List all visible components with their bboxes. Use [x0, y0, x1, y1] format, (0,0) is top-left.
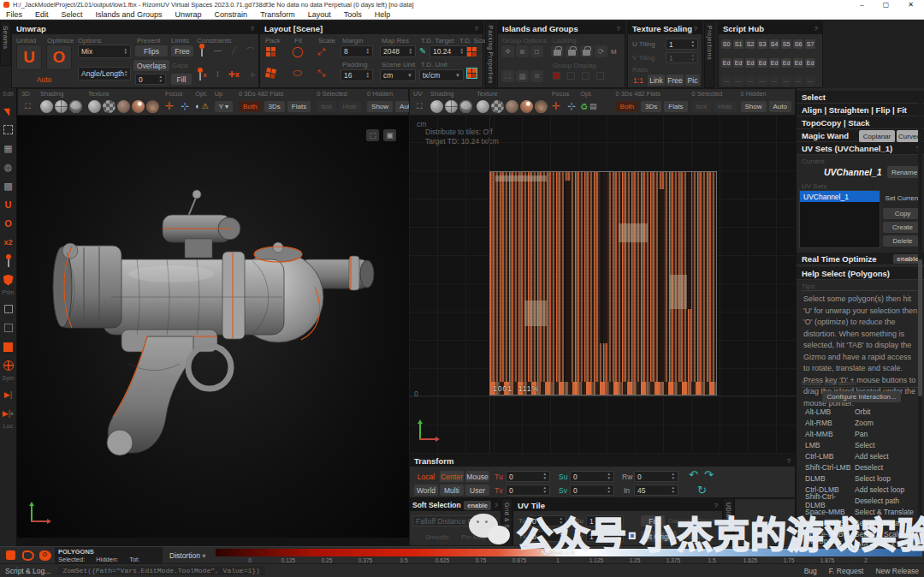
tile-grid-icon[interactable]: ▦	[516, 70, 529, 82]
texture-lit-icon[interactable]	[132, 100, 145, 113]
pivot-center-button[interactable]: Center	[440, 471, 464, 482]
marquee-select-icon[interactable]	[2, 120, 15, 139]
set-current-button[interactable]: Set Current	[883, 193, 922, 204]
sphere-select-icon[interactable]: ◍	[2, 158, 15, 176]
delete-button[interactable]: Delete	[883, 235, 922, 247]
menu-item[interactable]: Transform	[260, 10, 295, 19]
increment-field[interactable]: 45▲▼	[634, 485, 678, 496]
pivot-world-button[interactable]: World	[414, 485, 438, 496]
vertical-constraint-icon[interactable]: ǀ	[211, 68, 224, 80]
u-tiling-field[interactable]: 1▲▼	[666, 39, 698, 50]
lock-icon[interactable]	[551, 45, 564, 57]
scale-v-field[interactable]: 0▲▼	[570, 485, 614, 496]
recycle-icon[interactable]: ♻	[580, 102, 588, 111]
group-color-swatch[interactable]	[553, 72, 560, 80]
pin-constraint-icon[interactable]	[198, 44, 205, 57]
sidebar-scrollbar[interactable]	[918, 97, 922, 559]
ratio-link-button[interactable]: Link	[648, 74, 665, 86]
viewport-layout-icon[interactable]: ⬚	[366, 129, 379, 141]
symmetry-u-icon[interactable]: ▶|	[2, 385, 15, 404]
tile-u-field[interactable]: 0▲▼	[529, 515, 566, 526]
ratio-free-button[interactable]: Free	[666, 74, 684, 86]
brush-select-icon[interactable]: ▦	[2, 139, 15, 158]
script-slot-button[interactable]: S1	[733, 39, 743, 49]
create-button[interactable]: Create	[883, 222, 922, 233]
section-select[interactable]: Select	[797, 91, 924, 104]
tab-grid-snap[interactable]: Grid & Snap	[501, 498, 512, 546]
unfold-button[interactable]: U	[16, 45, 42, 70]
display-option-icon[interactable]	[596, 72, 604, 80]
list-icon[interactable]: ▤	[589, 102, 597, 110]
new-release-link[interactable]: New Release	[875, 567, 919, 575]
td-target-field[interactable]: 10.24▲▼	[429, 45, 467, 57]
help-icon[interactable]: ?	[814, 25, 818, 33]
help-icon[interactable]: ?	[617, 25, 620, 33]
scale-island-button[interactable]: ⤢	[315, 45, 328, 57]
script-extra-button[interactable]: —	[769, 76, 779, 86]
script-slot-button[interactable]: S7	[805, 39, 815, 49]
focus-all-icon[interactable]: ⊹	[181, 100, 189, 112]
protect-tool-icon[interactable]	[2, 271, 15, 289]
script-edit-button[interactable]: Ed	[781, 58, 791, 68]
pack-button[interactable]	[264, 45, 277, 57]
shading-flat-icon[interactable]	[459, 100, 472, 113]
help-icon[interactable]: ?	[787, 457, 791, 465]
rotate-step-icon[interactable]: ↻	[697, 485, 707, 496]
hide-button[interactable]: Hide	[714, 101, 736, 112]
rename-button[interactable]: Rename	[887, 166, 921, 178]
configure-interaction-button[interactable]: Configure Interaction...	[822, 391, 901, 402]
texture-none-icon[interactable]	[477, 100, 489, 113]
menu-item[interactable]: Islands and Groups	[96, 10, 163, 19]
script-slot-button[interactable]: S2	[745, 39, 755, 49]
help-icon[interactable]: ?	[714, 502, 718, 509]
td-scale-set-button[interactable]	[465, 67, 478, 79]
script-slot-button[interactable]: S4	[769, 39, 779, 49]
isolate-button[interactable]: Isol	[317, 101, 335, 112]
select-cursor-icon[interactable]	[2, 101, 15, 120]
pivot-user-button[interactable]: User	[465, 485, 489, 496]
fill-primitive-icon[interactable]	[2, 337, 15, 356]
td-scale-get-button[interactable]	[465, 45, 478, 57]
show-flats-button[interactable]: Flats	[287, 101, 311, 112]
maximize-button[interactable]: ▢	[883, 0, 890, 9]
tab-projections[interactable]: Projections	[704, 21, 714, 88]
help-icon[interactable]: ?	[694, 25, 697, 33]
uv-sets-list[interactable]: UVChannel_1	[799, 190, 880, 248]
fit-button[interactable]: Fit	[641, 515, 665, 526]
show-3ds-button[interactable]: 3Ds	[264, 101, 285, 112]
optimize-tool-icon[interactable]: O	[2, 214, 15, 233]
display-option-icon[interactable]: ◐	[195, 102, 199, 110]
menu-item[interactable]: Tools	[344, 10, 362, 19]
script-slot-button[interactable]: S0	[721, 39, 732, 49]
lasso-select-icon[interactable]: ▩	[2, 176, 15, 195]
rotate-cw-icon[interactable]: ↷	[704, 470, 714, 480]
texture-checker-icon[interactable]	[103, 100, 116, 113]
options-angle-length-select[interactable]: Angle/Length▲▼	[78, 67, 131, 80]
ratio-1-1-button[interactable]: 1:1	[631, 74, 646, 86]
flame-icon[interactable]: ≋	[530, 70, 543, 82]
help-icon[interactable]: ?	[251, 25, 254, 33]
group-islands-icon[interactable]: ❖	[501, 45, 514, 57]
shading-solid-icon[interactable]	[40, 100, 53, 113]
auto-button[interactable]: Auto	[769, 101, 791, 112]
prevent-overlaps-button[interactable]: Overlaps	[133, 60, 169, 71]
script-extra-button[interactable]: —	[805, 76, 815, 86]
script-extra-button[interactable]: —	[757, 76, 767, 86]
tile-su-field[interactable]: 1▲▼	[586, 515, 624, 526]
pivot-mouse-button[interactable]: Mouse	[465, 471, 489, 482]
menu-item[interactable]: Files	[6, 10, 22, 19]
fit-island-button[interactable]: ◯	[291, 45, 304, 57]
ungroup-islands-icon[interactable]: ◙	[516, 45, 529, 57]
tab-seams[interactable]: Seams	[0, 21, 11, 66]
section-align[interactable]: Align | Straighten | Flip | Fit	[797, 104, 924, 116]
reset-button[interactable]: Reset	[681, 531, 708, 542]
menu-item[interactable]: Help	[375, 10, 391, 19]
up-axis-select[interactable]: Y ▾	[215, 101, 233, 112]
show-button[interactable]: Show	[367, 101, 393, 112]
auto-seams-button[interactable]: Auto	[16, 74, 72, 85]
fit-group-button[interactable]: ⬭	[291, 67, 304, 79]
script-edit-button[interactable]: Ed	[793, 58, 803, 68]
eyedropper-icon[interactable]: ✎	[419, 46, 426, 56]
warning-icon[interactable]: ⚠	[202, 102, 209, 110]
script-slot-button[interactable]: S6	[793, 39, 803, 49]
